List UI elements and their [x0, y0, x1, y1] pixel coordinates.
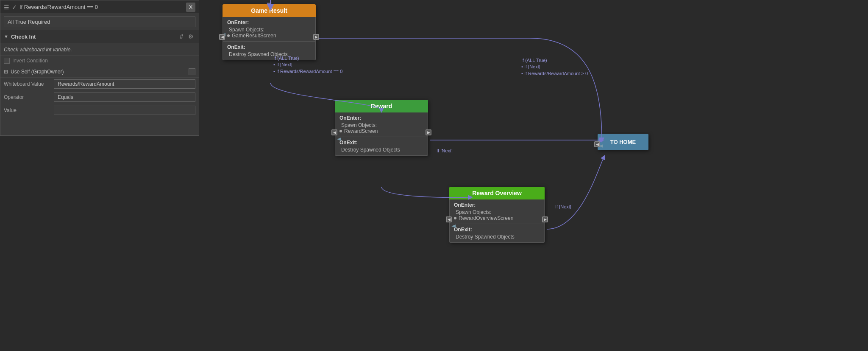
game-result-right-port[interactable]: ▶ [313, 34, 319, 40]
whiteboard-value-dropdown[interactable]: Rewards/RewardAmount [54, 79, 195, 89]
use-self-icon: ⊞ [4, 69, 8, 75]
invert-label: Invert Condition [12, 58, 48, 64]
game-result-enter-label: OnEnter: [227, 20, 311, 25]
reward-enter-label: OnEnter: [339, 115, 423, 121]
reward-header: Reward [335, 100, 428, 112]
check-int-label: Check Int [11, 34, 175, 40]
operator-label: Operator [4, 94, 50, 100]
reward-overview-left-port[interactable]: ◀ [446, 216, 452, 222]
reward-exit-section: OnExit: Destroy Spawned Objects [335, 137, 428, 155]
panel-dropdown-row: All True Required [0, 14, 199, 30]
panel-title: If Rewards/RewardAmount == 0 [19, 4, 184, 10]
check-int-section-header: ▼ Check Int # ⚙ [0, 30, 199, 43]
whiteboard-value-label: Whiteboard Value [4, 81, 50, 87]
check-icon: ✓ [12, 4, 17, 11]
game-result-body: OnEnter: Spawn Objects: GameResultScreen… [223, 17, 316, 60]
dot-icon [454, 217, 456, 219]
game-result-left-port[interactable]: ◀ [219, 34, 225, 40]
game-result-exit-section: OnExit: Destroy Spawned Objects [223, 42, 315, 60]
section-icons: # ⚙ [178, 32, 195, 41]
reward-right-port[interactable]: ▶ [426, 129, 431, 135]
invert-checkbox[interactable] [4, 58, 10, 64]
game-result-node: ◀ ▶ Game Result OnEnter: Spawn Objects: … [223, 4, 316, 60]
reward-enter-section: OnEnter: Spawn Objects: RewardScreen [335, 112, 428, 137]
reward-enter-item: RewardScreen [339, 128, 423, 134]
game-result-enter-item: GameResultScreen [227, 33, 311, 39]
value-input[interactable]: 0 [54, 106, 195, 115]
operator-dropdown[interactable]: Equals [54, 93, 195, 102]
use-self-row: ⊞ Use Self (GraphOwner) [0, 66, 199, 78]
panel-titlebar: ☰ ✓ If Rewards/RewardAmount == 0 X [0, 0, 199, 14]
panel-close-button[interactable]: X [186, 3, 195, 12]
use-self-label: Use Self (GraphOwner) [11, 69, 186, 75]
reward-exit-label: OnExit: [339, 140, 423, 146]
reward-overview-exit-section: OnExit: Destroy Spawned Objects [450, 224, 544, 242]
all-true-dropdown[interactable]: All True Required [4, 17, 195, 27]
reward-overview-enter-label: OnEnter: [454, 202, 540, 208]
whiteboard-value-row: Whiteboard Value Rewards/RewardAmount [0, 78, 199, 91]
reward-overview-right-port[interactable]: ▶ [542, 216, 548, 222]
condition-reward-overview-home: If [Next] [555, 204, 571, 210]
condition-game-home: If (ALL True) • If [Next] • If Rewards/R… [521, 57, 588, 77]
value-label: Value [4, 107, 50, 113]
game-result-enter-section: OnEnter: Spawn Objects: GameResultScreen [223, 17, 315, 42]
dot-icon [227, 34, 230, 37]
reward-body: OnEnter: Spawn Objects: RewardScreen OnE… [335, 112, 428, 156]
game-result-header: Game Result [223, 4, 316, 17]
value-row: Value 0 [0, 104, 199, 117]
collapse-icon[interactable]: ▼ [4, 34, 8, 39]
game-result-enter-content: Spawn Objects: [227, 27, 311, 33]
dot-icon [339, 130, 342, 132]
game-result-exit-label: OnExit: [227, 44, 311, 50]
condition-reward-home: If [Next] [437, 148, 453, 154]
game-result-exit-content: Destroy Spawned Objects [227, 51, 311, 57]
reward-exit-content: Destroy Spawned Objects [339, 147, 423, 153]
canvas-area[interactable]: ▼ ◀ ▶ Game Result OnEnter: Spawn Objects… [199, 0, 868, 351]
invert-condition-row: Invert Condition [0, 56, 199, 66]
hash-button[interactable]: # [178, 32, 185, 41]
gear-button[interactable]: ⚙ [186, 32, 195, 41]
reward-overview-enter-item: RewardOverviewScreen [454, 215, 540, 221]
reward-overview-enter-content: Spawn Objects: [454, 209, 540, 215]
to-home-header: TO HOME [598, 134, 648, 150]
hamburger-icon[interactable]: ☰ [4, 4, 9, 11]
reward-overview-exit-content: Destroy Spawned Objects [454, 234, 540, 240]
to-home-node[interactable]: ◀ TO HOME [598, 134, 648, 150]
reward-node: ◀ ▶ Reward OnEnter: Spawn Objects: Rewar… [335, 100, 428, 156]
reward-overview-body: OnEnter: Spawn Objects: RewardOverviewSc… [449, 199, 545, 243]
operator-row: Operator Equals [0, 91, 199, 104]
to-home-left-port[interactable]: ◀ [594, 141, 600, 147]
reward-overview-enter-section: OnEnter: Spawn Objects: RewardOverviewSc… [450, 199, 544, 224]
reward-enter-content: Spawn Objects: [339, 122, 423, 128]
left-panel: ☰ ✓ If Rewards/RewardAmount == 0 X All T… [0, 0, 199, 136]
reward-left-port[interactable]: ◀ [331, 129, 337, 135]
reward-overview-exit-label: OnExit: [454, 227, 540, 233]
description-text: Check whiteboard int variable. [4, 47, 72, 53]
use-self-checkbox[interactable] [189, 68, 195, 75]
reward-overview-node: ◀ ▶ Reward Overview OnEnter: Spawn Objec… [449, 187, 545, 243]
description-row: Check whiteboard int variable. [0, 43, 199, 56]
reward-overview-header: Reward Overview [449, 187, 545, 199]
